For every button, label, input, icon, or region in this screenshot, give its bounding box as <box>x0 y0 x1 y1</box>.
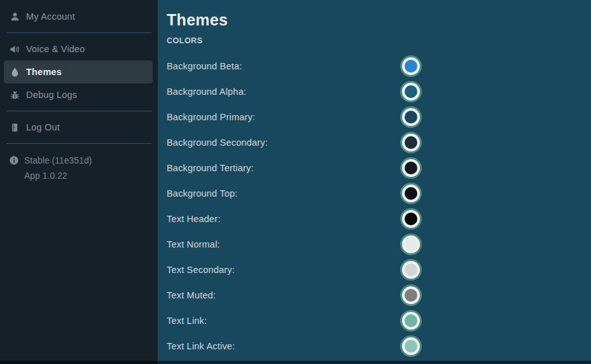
color-row: Background Beta: <box>167 53 423 79</box>
color-row: Text Normal: <box>167 232 423 257</box>
color-label: Text Muted: <box>167 290 216 300</box>
sidebar-item-label: My Account <box>26 11 75 22</box>
color-swatch[interactable] <box>402 261 420 279</box>
color-label: Background Tertiary: <box>167 163 254 173</box>
color-swatch[interactable] <box>402 210 420 228</box>
color-label: Background Beta: <box>167 61 242 71</box>
color-row: Text Header: <box>167 206 423 232</box>
sidebar-item-my-account[interactable]: My Account <box>0 5 158 28</box>
app-version-text: App 1.0.22 <box>24 171 67 181</box>
bottom-edge-strip <box>0 361 591 364</box>
sidebar-item-label: Themes <box>26 67 62 77</box>
sidebar-item-themes[interactable]: Themes <box>4 60 153 83</box>
color-row: Text Link: <box>167 308 423 333</box>
color-row: Background Secondary: <box>167 130 423 155</box>
color-label: Text Secondary: <box>167 265 235 275</box>
color-row: Text Secondary: <box>167 257 423 283</box>
color-row: Background Primary: <box>167 104 423 130</box>
droplet-icon <box>9 66 20 78</box>
sidebar-divider <box>6 32 151 33</box>
sidebar-divider <box>6 143 151 144</box>
color-row: Text Link Active: <box>167 333 423 359</box>
color-row: Background Alpha: <box>167 79 423 104</box>
color-swatch[interactable] <box>402 108 420 126</box>
sidebar: My Account Voice & Video Themes <box>0 0 158 364</box>
color-swatch[interactable] <box>402 235 420 253</box>
color-swatch[interactable] <box>402 185 420 202</box>
colors-section-header: COLORS <box>167 36 591 45</box>
sidebar-item-label: Debug Logs <box>26 90 77 100</box>
color-label: Background Secondary: <box>167 137 268 148</box>
settings-window: My Account Voice & Video Themes <box>0 0 591 364</box>
color-label: Text Header: <box>167 214 221 224</box>
color-swatch[interactable] <box>402 83 420 101</box>
color-row: Background Top: <box>167 181 423 206</box>
color-label: Background Alpha: <box>167 87 246 97</box>
color-swatch[interactable] <box>402 57 420 75</box>
themes-panel: Themes COLORS Background Beta: Backgroun… <box>158 0 591 364</box>
color-label: Text Link: <box>167 316 207 326</box>
sidebar-item-debug-logs[interactable]: Debug Logs <box>0 83 158 106</box>
sidebar-item-label: Voice & Video <box>26 44 85 54</box>
color-swatch[interactable] <box>402 286 420 304</box>
color-label: Background Top: <box>167 188 238 199</box>
color-swatch[interactable] <box>402 134 420 151</box>
color-row: Text Muted: <box>167 283 423 308</box>
sidebar-divider <box>6 111 151 111</box>
person-icon <box>9 11 20 22</box>
sidebar-item-voice-video[interactable]: Voice & Video <box>0 38 158 60</box>
color-list: Background Beta: Background Alpha: Backg… <box>167 53 591 359</box>
page-title: Themes <box>167 9 591 31</box>
speaker-icon <box>9 43 20 55</box>
build-version-text: Stable (11e351d) <box>24 155 92 165</box>
info-icon <box>9 155 19 165</box>
color-row: Background Tertiary: <box>167 155 423 181</box>
color-label: Text Link Active: <box>167 341 235 351</box>
bug-icon <box>9 89 20 101</box>
color-swatch[interactable] <box>402 312 420 330</box>
sidebar-item-log-out[interactable]: Log Out <box>0 116 158 139</box>
version-info: Stable (11e351d) App 1.0.22 <box>0 153 158 183</box>
door-icon <box>9 122 20 133</box>
color-swatch[interactable] <box>402 159 420 177</box>
color-label: Text Normal: <box>167 239 220 249</box>
color-label: Background Primary: <box>167 112 255 122</box>
sidebar-item-label: Log Out <box>26 122 60 132</box>
color-swatch[interactable] <box>402 337 420 355</box>
